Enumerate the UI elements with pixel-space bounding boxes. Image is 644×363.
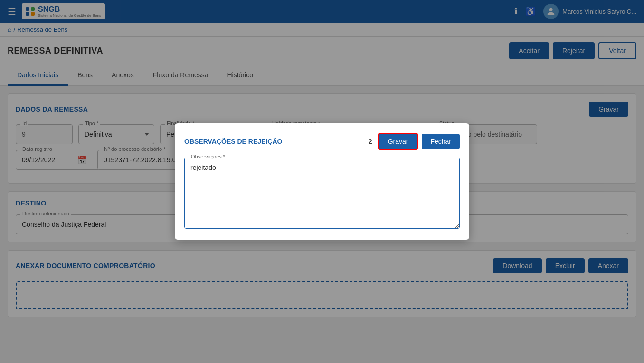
modal-title: OBSERVAÇÕES DE REJEIÇÃO <box>184 138 282 145</box>
modal-overlay: OBSERVAÇÕES DE REJEIÇÃO 2 Gravar Fechar … <box>0 0 644 333</box>
modal-fechar-button[interactable]: Fechar <box>422 134 460 149</box>
modal-actions: 2 Gravar Fechar <box>369 133 460 150</box>
observacoes-modal: OBSERVAÇÕES DE REJEIÇÃO 2 Gravar Fechar … <box>175 123 469 240</box>
observacoes-textarea[interactable]: rejeitado <box>184 158 460 229</box>
step-badge: 2 <box>369 138 372 145</box>
modal-gravar-button[interactable]: Gravar <box>378 133 418 150</box>
observacoes-label: Observações * <box>189 154 227 159</box>
observacoes-wrapper: Observações * rejeitado <box>184 158 460 230</box>
modal-header: OBSERVAÇÕES DE REJEIÇÃO 2 Gravar Fechar <box>184 133 460 150</box>
